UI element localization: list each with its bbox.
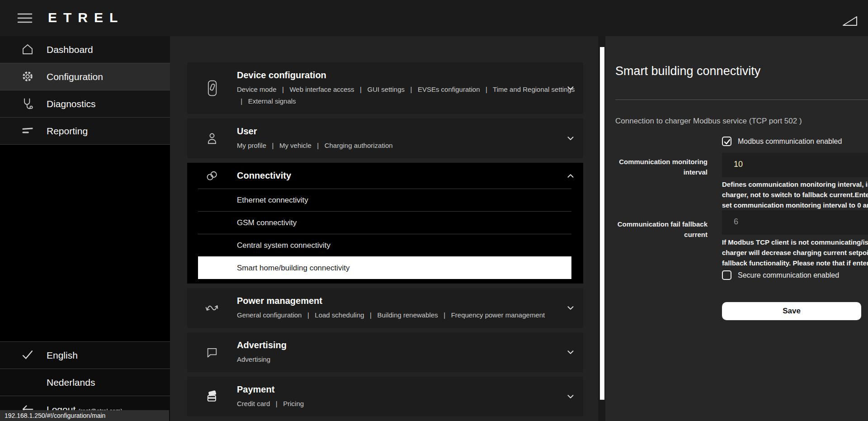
device-icon [187,62,237,114]
language-item-nederlands[interactable]: Nederlands [0,369,170,396]
section-user[interactable]: User My profile | My vehicle | Charging … [187,118,583,158]
section-title: Device configuration [237,69,558,81]
status-url-tooltip: 192.168.1.250/#!/configuration/main [0,410,169,421]
gear-icon [21,70,35,84]
sidebar-bottom-block: English Nederlands Logout(root@etrel.com… [0,341,170,421]
chevron-down-icon[interactable] [558,332,583,372]
home-icon [21,43,35,57]
fail-fallback-current-input[interactable]: 6 [722,210,868,235]
sidebar-item-dashboard[interactable]: Dashboard [0,36,170,63]
signal-triangle-icon[interactable] [842,14,858,27]
section-title: Connectivity [237,170,558,182]
etrel-logo: ETREL [48,10,124,25]
section-title: Payment [237,383,558,396]
checkmark-icon [21,348,35,363]
save-button[interactable]: Save [722,302,861,320]
panel-title: Smart building connectivity [615,64,760,78]
main-content: Device configuration Device mode | Web i… [170,36,868,421]
connectivity-item-smart-home-building[interactable]: Smart home/building connectivity [198,256,571,279]
credit-card-icon [187,377,237,416]
connectivity-item-central-system[interactable]: Central system connectivity [198,234,571,256]
fail-fallback-current-label: Communication fail fallback current [605,219,708,240]
communication-monitoring-interval-label: Communication monitoring interval [605,156,708,177]
section-subtitle: | External signals [237,95,558,107]
chevron-down-icon[interactable] [558,62,583,114]
sidebar-item-label: Diagnostics [47,99,96,109]
connectivity-subitems: Ethernet connectivity GSM connectivity C… [198,189,571,279]
section-device-configuration[interactable]: Device configuration Device mode | Web i… [187,62,583,114]
modbus-enabled-checkbox-row[interactable]: Modbus communication enabled [722,137,842,146]
section-advertising[interactable]: Advertising Advertising [187,332,583,372]
hamburger-menu-icon[interactable] [17,11,33,25]
section-subtitle: Credit card | Pricing [237,398,558,410]
communication-monitoring-interval-input[interactable]: 10 [722,153,868,177]
section-connectivity: Connectivity Ethernet connectivity GSM c… [187,163,583,284]
chevron-down-icon[interactable] [558,377,583,416]
section-title: User [237,125,558,137]
fail-fallback-current-help: If Modbus TCP client is not communicatin… [722,237,868,268]
chevron-up-icon[interactable] [558,163,583,189]
section-title: Advertising [237,339,558,351]
sidebar-item-label: Dashboard [47,44,93,55]
connectivity-item-ethernet[interactable]: Ethernet connectivity [198,189,571,211]
stethoscope-icon [21,97,35,111]
section-payment[interactable]: Payment Credit card | Pricing [187,377,583,416]
language-item-english[interactable]: English [0,341,170,369]
sidebar-item-label: Configuration [47,71,103,82]
section-title: Power management [237,295,558,307]
communication-monitoring-interval-help: Defines communication monitoring interva… [722,179,868,210]
secure-communication-checkbox[interactable] [722,270,731,280]
etrel-configuration-app: ETREL Dashboard Configuration [0,0,868,421]
section-subtitle: General configuration | Load scheduling … [237,309,558,321]
report-bars-icon [21,124,35,138]
secure-communication-label: Secure communication enabled [738,271,839,279]
sidebar-item-configuration[interactable]: Configuration [0,63,170,90]
section-subtitle: Device mode | Web interface access | GUI… [237,84,558,95]
topbar: ETREL [0,0,868,36]
speech-bubble-icon [187,332,237,372]
smart-building-connectivity-panel: Smart building connectivity Connection t… [605,36,868,421]
section-power-management[interactable]: Power management General configuration |… [187,288,583,328]
configuration-accordion: Device configuration Device mode | Web i… [187,62,583,421]
user-icon [187,118,237,158]
modbus-enabled-label: Modbus communication enabled [738,137,842,146]
chevron-down-icon[interactable] [558,288,583,328]
sidebar: Dashboard Configuration Diagnostics [0,36,170,421]
secure-communication-checkbox-row[interactable]: Secure communication enabled [722,270,839,280]
sidebar-item-diagnostics[interactable]: Diagnostics [0,90,170,118]
connection-note: Connection to charger Modbus service (TC… [615,117,802,126]
sidebar-item-reporting[interactable]: Reporting [0,118,170,145]
language-label: English [47,350,78,361]
wave-icon [187,288,237,328]
section-subtitle: My profile | My vehicle | Charging autho… [237,140,558,151]
link-rings-icon [187,163,237,189]
scrollbar-thumb[interactable] [600,47,604,400]
panel-divider [615,99,868,100]
language-label: Nederlands [47,377,95,388]
section-connectivity-header[interactable]: Connectivity [187,163,583,189]
section-subtitle: Advertising [237,354,558,365]
sidebar-item-label: Reporting [47,126,88,137]
connectivity-item-gsm[interactable]: GSM connectivity [198,211,571,234]
modbus-enabled-checkbox[interactable] [722,137,731,146]
chevron-down-icon[interactable] [558,118,583,158]
